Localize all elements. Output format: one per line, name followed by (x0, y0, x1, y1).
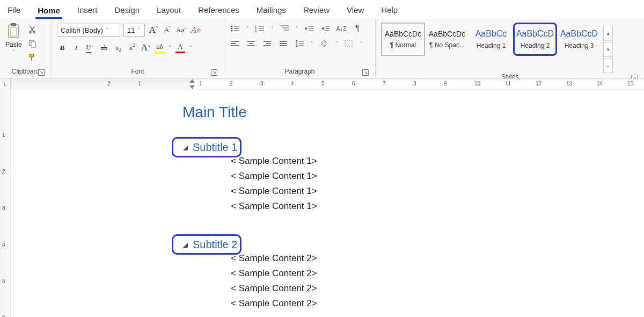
align-center-icon[interactable] (246, 39, 257, 48)
svg-rect-1 (11, 23, 16, 26)
multilevel-dropdown-icon[interactable]: ˅ (296, 26, 298, 31)
tab-file[interactable]: File (5, 4, 23, 16)
superscript-button[interactable]: x2 (127, 42, 137, 54)
style-heading-3[interactable]: AaBbCcDHeading 3 (557, 23, 601, 56)
paste-icon[interactable] (6, 23, 21, 40)
doc-main-title[interactable]: Main Title (182, 104, 644, 121)
style--no-spac-[interactable]: AaBbCcDc¶ No Spac... (425, 23, 469, 56)
italic-button[interactable]: I (71, 42, 82, 54)
ribbon-group-paragraph: ˅ 123˅ ˅ A↓Z ¶ ˅ ˅ ˅ (224, 19, 376, 78)
ruler-h-tick: 4 (291, 81, 294, 87)
ruler-v-tick: 3 (2, 205, 5, 211)
svg-rect-2 (10, 27, 17, 36)
borders-dropdown-icon[interactable]: ˅ (360, 41, 363, 46)
vertical-ruler[interactable]: 123456 (0, 90, 11, 317)
hanging-indent-marker[interactable] (189, 85, 195, 89)
doc-body-line[interactable]: < Sample Content 1> (182, 154, 644, 169)
ruler-v-tick: 6 (2, 315, 5, 317)
subscript-button[interactable]: x2 (113, 42, 123, 54)
decrease-indent-icon[interactable] (304, 24, 314, 33)
styles-scroll-0[interactable]: ▴ (603, 26, 613, 41)
numbering-icon[interactable]: 123 (254, 24, 265, 33)
style-sample: AaBbCcD (516, 29, 554, 39)
doc-body-line[interactable]: < Sample Content 1> (182, 184, 644, 199)
svg-point-11 (231, 30, 233, 32)
style-name: Heading 2 (521, 42, 550, 49)
first-line-indent-marker[interactable] (189, 79, 195, 83)
justify-icon[interactable] (278, 39, 289, 48)
tab-design[interactable]: Design (112, 4, 142, 16)
bullets-icon[interactable] (230, 24, 240, 33)
show-marks-icon[interactable]: ¶ (352, 24, 363, 33)
tab-view[interactable]: View (345, 4, 366, 16)
strikethrough-button[interactable]: ab (99, 42, 109, 54)
tab-home[interactable]: Home (35, 5, 62, 19)
borders-icon[interactable] (343, 39, 354, 48)
tab-help[interactable]: Help (379, 4, 400, 16)
doc-body-line[interactable]: < Sample Content 1> (182, 199, 644, 214)
horizontal-ruler[interactable]: 21123456789101112131415 (11, 78, 644, 90)
sort-icon[interactable]: A↓Z (336, 24, 347, 33)
line-spacing-dropdown-icon[interactable]: ˅ (311, 41, 313, 46)
increase-indent-icon[interactable] (320, 24, 331, 33)
tab-insert[interactable]: Insert (75, 4, 100, 16)
copy-icon[interactable] (27, 39, 37, 48)
align-left-icon[interactable] (230, 39, 240, 48)
doc-body-line[interactable]: < Sample Content 2> (182, 296, 644, 311)
ruler-row: L 21123456789101112131415 (0, 78, 644, 90)
style-sample: AaBbCcD (560, 29, 598, 39)
clipboard-dialog-launcher[interactable]: ↘ (38, 69, 45, 76)
shrink-font-button[interactable]: Aˇ (162, 24, 173, 36)
menu-tabs: File Home Insert Design Layout Reference… (0, 0, 644, 19)
bold-button[interactable]: B (57, 42, 68, 54)
font-size-combo[interactable]: 11˅ (123, 24, 145, 37)
styles-scroll-1[interactable]: ▾ (603, 42, 613, 57)
doc-subtitle[interactable]: Subtitle 2 (182, 239, 644, 251)
shading-icon[interactable] (319, 39, 330, 48)
tab-mailings[interactable]: Mailings (254, 4, 288, 16)
font-dialog-launcher[interactable]: ↘ (211, 69, 217, 76)
clear-formatting-button[interactable]: A⊘ (191, 24, 201, 36)
ruler-h-tick: 13 (566, 81, 572, 87)
font-color-dropdown-icon[interactable]: ˅ (189, 45, 192, 51)
paragraph-dialog-launcher[interactable]: ↘ (362, 69, 369, 76)
styles-scroll-2[interactable]: ⌄ (603, 58, 613, 73)
doc-body-line[interactable]: < Sample Content 2> (182, 251, 644, 266)
text-effects-button[interactable]: A˅ (141, 42, 151, 54)
svg-text:3: 3 (255, 29, 257, 32)
highlight-button[interactable]: ab (155, 42, 165, 54)
ruler-v-tick: 5 (2, 278, 5, 284)
doc-subtitle[interactable]: Subtitle 1 (182, 141, 644, 154)
format-painter-icon[interactable] (27, 53, 37, 62)
doc-body-line[interactable]: < Sample Content 1> (182, 169, 644, 184)
shading-dropdown-icon[interactable]: ˅ (335, 41, 338, 46)
ribbon-group-font: Calibri (Body)˅ 11˅ A^ Aˇ Aa˅ A⊘ B I U˅ … (52, 19, 224, 78)
multilevel-list-icon[interactable] (279, 24, 290, 33)
style-heading-1[interactable]: AaBbCcHeading 1 (469, 23, 513, 56)
doc-body-line[interactable]: < Sample Content 2> (182, 266, 644, 281)
style-heading-2[interactable]: AaBbCcDHeading 2 (513, 23, 557, 56)
numbering-dropdown-icon[interactable]: ˅ (271, 26, 274, 31)
tab-references[interactable]: References (196, 4, 241, 16)
font-name-combo[interactable]: Calibri (Body)˅ (57, 24, 120, 37)
cut-icon[interactable] (27, 25, 37, 34)
ruler-h-tick: 1 (199, 81, 202, 87)
tab-review[interactable]: Review (301, 4, 332, 16)
underline-button[interactable]: U˅ (85, 42, 96, 54)
ribbon-group-clipboard: Paste ˅ Clipboard ↘ (0, 19, 52, 78)
document-page[interactable]: Main Title Subtitle 1< Sample Content 1>… (113, 90, 644, 317)
doc-body-line[interactable]: < Sample Content 2> (182, 281, 644, 296)
change-case-button[interactable]: Aa˅ (176, 24, 187, 36)
paste-label[interactable]: Paste (5, 41, 22, 48)
style-sample: AaBbCcDc (429, 30, 465, 38)
style--normal[interactable]: AaBbCcDc¶ Normal (381, 23, 425, 56)
highlight-dropdown-icon[interactable]: ˅ (169, 45, 172, 51)
svg-rect-50 (345, 40, 352, 47)
grow-font-button[interactable]: A^ (148, 24, 159, 36)
paste-dropdown-icon[interactable]: ˅ (12, 49, 15, 55)
tab-layout[interactable]: Layout (155, 4, 183, 16)
align-right-icon[interactable] (262, 39, 273, 48)
line-spacing-icon[interactable] (294, 39, 305, 48)
bullets-dropdown-icon[interactable]: ˅ (246, 26, 249, 31)
font-color-button[interactable]: A (175, 42, 186, 54)
